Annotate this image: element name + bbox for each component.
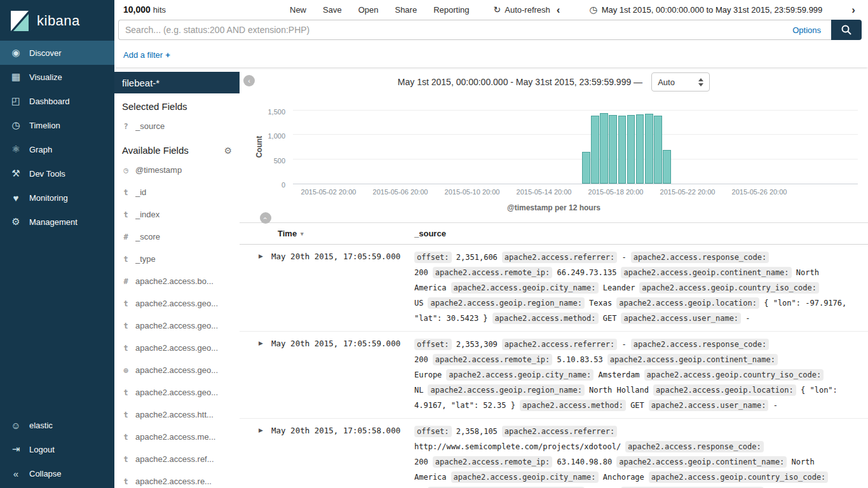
number-type-icon: #: [122, 233, 130, 241]
field-item-apache2-access-geo[interactable]: ⊕ apache2.access.geo...: [114, 359, 240, 381]
field-value: US: [414, 299, 423, 308]
sidebar-item-visualize[interactable]: ▦ Visualize: [0, 65, 114, 89]
menu-save[interactable]: Save: [323, 5, 342, 15]
field-settings-gear-icon[interactable]: ⚙: [224, 146, 232, 156]
field-item-_source[interactable]: ? _source: [114, 115, 240, 137]
sidebar-item-discover[interactable]: ◉ Discover: [0, 41, 114, 65]
field-value: 200: [414, 355, 428, 364]
sidebar-item-timelion[interactable]: ◷ Timelion: [0, 113, 114, 137]
field-item-apache2-access-htt[interactable]: t apache2.access.htt...: [114, 403, 240, 426]
interval-select[interactable]: Auto: [651, 72, 710, 92]
histogram-bar[interactable]: [663, 150, 671, 184]
sidebar-item-monitoring[interactable]: ♥ Monitoring: [0, 186, 114, 210]
select-arrows-icon: [698, 78, 703, 86]
field-name: apache2.access.geo...: [135, 321, 218, 330]
menu-reporting[interactable]: Reporting: [433, 5, 469, 15]
hits-label: hits: [153, 5, 166, 15]
field-name-badge: apache2.access.geoip.location:: [616, 297, 759, 309]
field-name-badge: apache2.access.geoip.continent_name:: [621, 267, 791, 278]
histogram-bar[interactable]: [591, 116, 599, 184]
histogram-bar[interactable]: [654, 116, 662, 184]
histogram-bar[interactable]: [582, 152, 590, 184]
search-input[interactable]: [119, 20, 782, 39]
field-item-apache2-access-geo[interactable]: t apache2.access.geo...: [114, 381, 240, 403]
logout-icon: ⇥: [10, 444, 22, 455]
histogram-bar[interactable]: [627, 115, 635, 184]
collapse-histogram-button[interactable]: ‹: [260, 212, 271, 224]
histogram-bar[interactable]: [636, 114, 644, 184]
refresh-icon: ↻: [494, 4, 501, 15]
field-name-badge: apache2.access.referrer:: [502, 426, 617, 437]
field-name: apache2.access.geo...: [135, 365, 218, 375]
field-value: Texas: [589, 299, 612, 308]
sidebar-item-dashboard[interactable]: ◰ Dashboard: [0, 89, 114, 113]
heart-icon: ♥: [10, 193, 22, 203]
menu-open[interactable]: Open: [358, 5, 379, 15]
field-item-apache2-access-geo[interactable]: t apache2.access.geo...: [114, 337, 240, 359]
histogram-bar[interactable]: [600, 113, 608, 184]
field-item-apache2-access-geo[interactable]: t apache2.access.geo...: [114, 315, 240, 337]
menu-new[interactable]: New: [290, 5, 306, 15]
field-name-badge: apache2.access.referrer:: [502, 252, 617, 263]
histogram-header: May 1st 2015, 00:00:00.000 - May 31st 20…: [240, 71, 868, 93]
menu-share[interactable]: Share: [395, 5, 417, 15]
string-type-icon: t: [122, 344, 130, 353]
global-nav-items: ◉ Discover ▦ Visualize ◰ Dashboard ◷ Tim…: [0, 41, 114, 234]
field-item-apache2-access-re[interactable]: t apache2.access.re...: [114, 470, 240, 488]
field-item-_type[interactable]: t _type: [114, 248, 240, 270]
field-value: NL: [414, 386, 423, 395]
timepicker-range-button[interactable]: ◷ May 1st 2015, 00:00:00.000 to May 31st…: [567, 4, 846, 15]
selected-fields-list: ? _source: [114, 115, 240, 137]
expand-row-caret-icon[interactable]: ▶: [259, 424, 271, 433]
discover-content: filebeat-* Selected Fields ? _source Ava…: [114, 67, 868, 488]
histogram-bar[interactable]: [609, 115, 617, 184]
index-pattern-selector[interactable]: filebeat-*: [114, 72, 240, 93]
field-name-badge: apache2.access.response_code:: [625, 441, 764, 452]
timepicker-forward-button[interactable]: ›: [845, 4, 862, 15]
gridline: [293, 134, 858, 135]
auto-refresh-button[interactable]: ↻ Auto-refresh: [494, 4, 550, 15]
gridline: [293, 110, 858, 111]
kibana-logo[interactable]: kibana: [0, 0, 114, 41]
expand-row-caret-icon[interactable]: ▶: [259, 250, 271, 259]
field-item-_index[interactable]: t _index: [114, 203, 240, 226]
field-name: apache2.access.ref...: [135, 454, 214, 464]
sidebar-item-graph[interactable]: ⚛ Graph: [0, 137, 114, 161]
timepicker-back-button[interactable]: ‹: [550, 4, 567, 15]
field-value: -: [621, 253, 626, 262]
sidebar-item-user[interactable]: ☺ elastic: [0, 413, 114, 437]
expand-row-caret-icon[interactable]: ▶: [259, 337, 271, 346]
field-name: apache2.access.me...: [135, 432, 215, 442]
sidebar-item-dev-tools[interactable]: ⚒ Dev Tools: [0, 161, 114, 186]
string-type-icon: t: [122, 455, 130, 464]
search-button[interactable]: [831, 20, 862, 40]
time-column-header[interactable]: Time ▾: [278, 229, 414, 238]
histogram-bar[interactable]: [618, 116, 627, 184]
collapse-fields-button[interactable]: ‹: [243, 75, 255, 86]
field-item-apache2-access-ref[interactable]: t apache2.access.ref...: [114, 448, 240, 470]
sidebar-item-collapse[interactable]: « Collapse: [0, 461, 114, 485]
field-value: 2,358,105: [456, 427, 498, 436]
field-item-_score[interactable]: # _score: [114, 226, 240, 248]
field-item-apache2-access-me[interactable]: t apache2.access.me...: [114, 426, 240, 448]
hits-count: 10,000: [123, 4, 151, 15]
options-link[interactable]: Options: [782, 25, 831, 35]
timelion-icon: ◷: [10, 119, 22, 131]
string-type-icon: t: [122, 477, 130, 486]
field-item-apache2-access-geo[interactable]: t apache2.access.geo...: [114, 292, 240, 315]
histogram-bar[interactable]: [645, 114, 653, 184]
y-tick-label: 1,000: [240, 132, 285, 140]
sidebar-item-management[interactable]: ⚙ Management: [0, 210, 114, 234]
discover-main: ‹ ‹ May 1st 2015, 00:00:00.000 - May 31s…: [240, 67, 868, 488]
clock-icon: ◷: [589, 4, 597, 15]
field-value: -: [621, 340, 626, 349]
add-filter-button[interactable]: Add a filter+: [123, 50, 170, 60]
field-item-apache2-access-bo[interactable]: # apache2.access.bo...: [114, 270, 240, 292]
field-item-@timestamp[interactable]: ◷ @timestamp: [114, 159, 240, 181]
field-item-_id[interactable]: t _id: [114, 181, 240, 203]
field-name-badge: apache2.access.geoip.region_name:: [428, 384, 584, 396]
global-nav: kibana ◉ Discover ▦ Visualize ◰ Dashboar…: [0, 0, 114, 488]
field-name-badge: apache2.access.method:: [492, 313, 599, 324]
field-value: GET: [630, 401, 644, 410]
sidebar-item-logout[interactable]: ⇥ Logout: [0, 437, 114, 461]
